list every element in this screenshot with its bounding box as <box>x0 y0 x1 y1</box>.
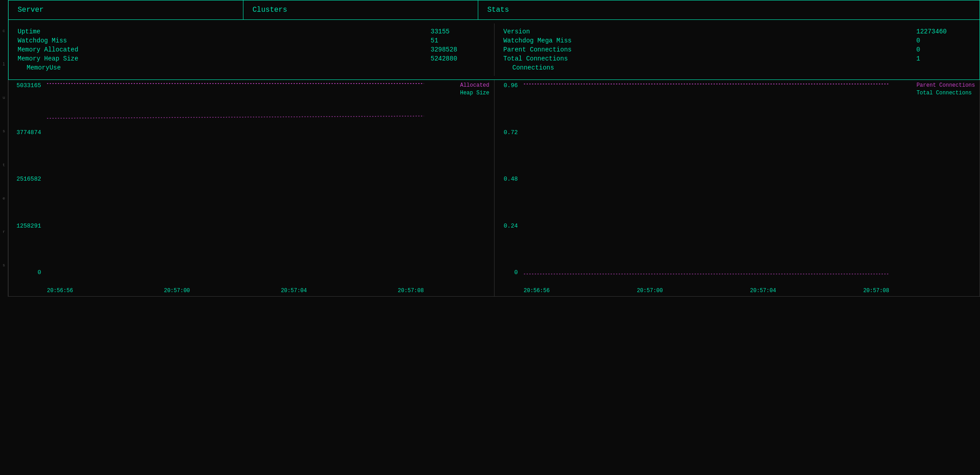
connections-chart-svg <box>524 82 890 276</box>
watchdog-miss-label: Watchdog Miss <box>18 37 117 44</box>
y-label-0-right: 0 <box>497 269 518 276</box>
total-connections-value: 1 <box>916 55 971 62</box>
sidebar-marker-4: s <box>3 129 5 134</box>
parent-connections-value: 0 <box>916 46 971 53</box>
memory-use-row: MemoryUse <box>18 63 485 72</box>
uptime-value: 33155 <box>431 28 485 35</box>
tab-stats[interactable]: Stats <box>478 0 980 19</box>
memory-allocated-value: 3298528 <box>431 46 485 53</box>
memory-heap-label: Memory Heap Size <box>18 55 117 62</box>
y-label-0-left: 0 <box>11 269 41 276</box>
y-label-0.24: 0.24 <box>497 223 518 229</box>
watchdog-miss-value: 51 <box>431 37 485 44</box>
left-chart-x-labels: 20:56:56 20:57:00 20:57:04 20:57:08 <box>47 288 424 294</box>
total-legend-label: Total Connections <box>916 90 971 96</box>
memory-chart: 5033165 3774874 2516582 1258291 0 <box>9 80 495 296</box>
memory-chart-svg <box>47 82 424 276</box>
watchdog-mega-value: 0 <box>916 37 971 44</box>
total-connections-row: Total Connections 1 <box>504 54 971 63</box>
sidebar-marker-7: r <box>3 230 5 234</box>
memory-legend: Allocated Heap Size <box>460 82 490 96</box>
connections-chart: 0.96 0.72 0.48 0.24 0 <box>495 80 980 296</box>
connections-legend: Parent Connections Total Connections <box>916 82 975 96</box>
y-label-3774874: 3774874 <box>11 129 41 136</box>
parent-legend-label: Parent Connections <box>916 82 975 88</box>
memory-allocated-label: Memory Allocated <box>18 46 117 53</box>
total-legend-item: Total Connections <box>916 90 975 96</box>
sidebar-marker-8: s <box>3 263 5 268</box>
memory-allocated-row: Memory Allocated 3298528 <box>18 45 485 54</box>
sidebar-marker-2: l <box>3 62 5 67</box>
tab-clusters[interactable]: Clusters <box>243 0 478 19</box>
parent-connections-label: Parent Connections <box>504 46 603 53</box>
uptime-row: Uptime 33155 <box>18 27 485 36</box>
version-label: Version <box>504 28 603 35</box>
y-label-0.96: 0.96 <box>497 82 518 89</box>
heap-legend-label: Heap Size <box>460 90 490 96</box>
parent-legend-item: Parent Connections <box>916 82 975 88</box>
sidebar-marker-1: c <box>3 29 5 33</box>
parent-connections-row: Parent Connections 0 <box>504 45 971 54</box>
version-value: 12273460 <box>916 28 971 35</box>
total-connections-label: Total Connections <box>504 55 603 62</box>
y-label-0.48: 0.48 <box>497 176 518 182</box>
memory-use-label: MemoryUse <box>18 64 117 71</box>
x-label-left-2: 20:57:04 <box>281 288 307 294</box>
sidebar-marker-5: t <box>3 163 5 168</box>
x-label-right-1: 20:57:00 <box>637 288 663 294</box>
y-label-0.72: 0.72 <box>497 129 518 136</box>
memory-heap-value: 5242880 <box>431 55 485 62</box>
svg-line-1 <box>47 116 424 118</box>
x-label-left-0: 20:56:56 <box>47 288 73 294</box>
allocated-legend-item: Allocated <box>460 82 490 88</box>
x-label-left-3: 20:57:08 <box>398 288 424 294</box>
x-label-right-2: 20:57:04 <box>750 288 776 294</box>
y-label-5033165: 5033165 <box>11 82 41 89</box>
watchdog-miss-row: Watchdog Miss 51 <box>18 36 485 45</box>
x-label-left-1: 20:57:00 <box>164 288 190 294</box>
connections-row: Connections <box>504 63 971 72</box>
watchdog-mega-row: Watchdog Mega Miss 0 <box>504 36 971 45</box>
server-stats-right-panel: Version 12273460 Watchdog Mega Miss 0 Pa… <box>495 23 980 76</box>
x-label-right-3: 20:57:08 <box>863 288 889 294</box>
watchdog-mega-label: Watchdog Mega Miss <box>504 37 603 44</box>
uptime-label: Uptime <box>18 28 117 35</box>
nav-bar: Server Clusters Stats <box>8 0 980 19</box>
tab-stats-label: Stats <box>487 6 509 14</box>
heap-legend-item: Heap Size <box>460 90 490 96</box>
right-chart-x-labels: 20:56:56 20:57:00 20:57:04 20:57:08 <box>524 288 890 294</box>
version-row: Version 12273460 <box>504 27 971 36</box>
memory-heap-row: Memory Heap Size 5242880 <box>18 54 485 63</box>
x-label-right-0: 20:56:56 <box>524 288 550 294</box>
y-label-1258291: 1258291 <box>11 223 41 229</box>
server-stats-panel: Uptime 33155 Watchdog Miss 51 Memory All… <box>9 23 495 76</box>
tab-server-label: Server <box>18 6 44 14</box>
allocated-legend-label: Allocated <box>460 82 490 88</box>
tab-clusters-label: Clusters <box>252 6 287 14</box>
stats-section: Uptime 33155 Watchdog Miss 51 Memory All… <box>8 19 980 80</box>
y-label-2516582: 2516582 <box>11 176 41 182</box>
sidebar-marker-3: u <box>3 96 5 100</box>
connections-label: Connections <box>504 64 603 71</box>
sidebar-marker-6: e <box>3 196 5 201</box>
tab-server[interactable]: Server <box>9 0 243 19</box>
